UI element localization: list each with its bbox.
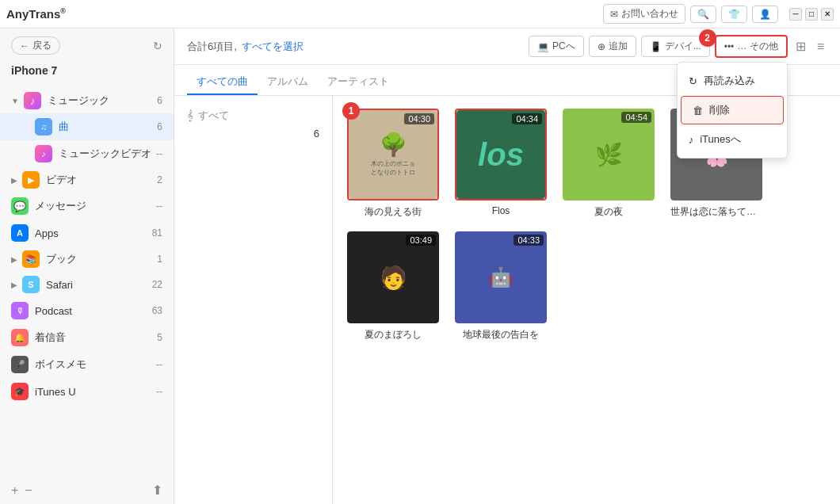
safari-count: 22 [152,279,162,290]
song-icon: ♫ [35,118,52,136]
book-expand-icon: ▶ [11,255,17,264]
main-layout: ← 戻る ↻ iPhone 7 ▼ ♪ ミュージック 6 ♫ 曲 6 ♪ ミ [0,29,840,504]
export-button[interactable]: ⬆ [152,483,162,498]
email-icon: ✉ [610,9,618,20]
trash-icon: 🗑 [693,105,703,116]
delete-item[interactable]: 🗑 削除 [681,96,784,124]
add-button[interactable]: + [11,483,18,498]
app-title: AnyTrans® [6,7,66,21]
song-label: 曲 [59,120,157,134]
content-header: 合計6項目, すべてを選択 💻 PCへ ⊕ 追加 📱 デバ [174,29,840,65]
search-button[interactable]: 🔍 [690,6,716,23]
plus-icon: ⊕ [598,41,605,52]
duration-badge-3: 04:54 [621,112,651,123]
sidebar-item-book[interactable]: ▶ 📚 ブック 1 [0,246,174,272]
remove-button[interactable]: − [25,483,32,498]
song-list-left: 𝄞 すべて 6 [174,96,333,504]
device-icon: 📱 [650,41,662,52]
itunes-item[interactable]: ♪ iTunesへ [678,126,787,153]
tab-album[interactable]: アルバム [258,70,318,95]
sidebar-item-ringtone[interactable]: 🔔 着信音 5 [0,324,174,351]
reload-icon: ↻ [689,75,697,87]
music-label: ミュージック [48,94,157,108]
sidebar-item-podcast[interactable]: 🎙 Podcast 63 [0,297,174,324]
ringtone-label: 着信音 [35,330,157,345]
music-title-4: 世界は恋に落ちてい... [670,205,762,219]
note-icon: 𝄞 [187,109,193,122]
podcast-label: Podcast [35,305,152,317]
close-button[interactable]: ✕ [821,8,834,21]
musicvideo-count: -- [156,148,162,159]
back-button[interactable]: ← 戻る [11,36,60,55]
itunes-label: iTunesへ [700,132,741,147]
minimize-button[interactable]: ─ [789,8,802,21]
device-btn-container: 📱 デバイ... 2 [641,36,710,57]
trademark: ® [60,7,66,15]
album-art-wrapper-5: 🧑 03:49 [347,231,439,323]
sidebar-bottom: + − ⬆ [0,476,174,504]
duration-badge-5: 03:49 [406,235,436,246]
maximize-button[interactable]: □ [805,8,818,21]
book-label: ブック [46,252,157,266]
album-art-wrapper-2: los 04:34 [455,109,547,200]
account-icon: 👤 [759,9,771,20]
sidebar-item-safari[interactable]: ▶ S Safari 22 [0,272,174,297]
back-label: 戻る [32,39,52,52]
music-item-3[interactable]: 🌿 04:54 夏の夜 [561,109,656,219]
reload-item[interactable]: ↻ 再読み込み [678,67,787,94]
sidebar-item-voicememo[interactable]: 🎤 ボイスメモ -- [0,351,174,378]
sidebar-item-musicvideo[interactable]: ♪ ミュージックビデオ -- [0,140,174,167]
sidebar-item-music[interactable]: ▼ ♪ ミュージック 6 [0,88,174,113]
tab-artist[interactable]: アーティスト [318,70,399,95]
more-label: … その他 [737,40,777,53]
video-icon: ▶ [22,171,40,189]
musicvideo-label: ミュージックビデオ [59,147,156,161]
music-item-6[interactable]: 🤖 04:33 地球最後の告白を [453,231,548,342]
device-header: ← 戻る ↻ [11,36,162,55]
sidebar-item-video[interactable]: ▶ ▶ ビデオ 2 [0,167,174,193]
music-icon: ♪ [24,92,41,109]
expand-icon: ▼ [11,97,19,105]
voicememo-icon: 🎤 [11,356,29,373]
select-all-link[interactable]: すべてを選択 [242,40,304,54]
tab-all-label: すべての曲 [197,75,248,87]
pc-label: PCへ [552,40,575,53]
video-expand-icon: ▶ [11,176,17,185]
duration-badge-6: 04:33 [514,235,544,246]
song-list-header-label: すべて [198,109,229,123]
shirt-button[interactable]: 👕 [721,6,747,23]
safari-expand-icon: ▶ [11,281,17,289]
music-title-1: 海の見える街 [365,205,422,219]
album-art-wrapper-3: 🌿 04:54 [563,109,655,200]
sidebar-item-apps[interactable]: A Apps 81 [0,220,174,246]
sidebar-item-song[interactable]: ♫ 曲 6 [0,113,174,140]
content-header-right: 💻 PCへ ⊕ 追加 📱 デバイ... 2 [529,35,827,58]
account-button[interactable]: 👤 [752,6,778,23]
add-content-button[interactable]: ⊕ 追加 [589,36,636,57]
sidebar-item-messages[interactable]: 💬 メッセージ -- [0,193,174,220]
song-list-header: 𝄞 すべて [174,104,332,128]
refresh-button[interactable]: ↻ [153,40,162,52]
list-view-button[interactable]: ≡ [814,36,827,57]
app-name-text: AnyTrans [6,7,60,21]
sidebar-item-itunesu[interactable]: 🎓 iTunes U -- [0,378,174,405]
itunesu-icon: 🎓 [11,383,29,400]
contact-button[interactable]: ✉ お問い合わせ [603,4,685,24]
music-title-3: 夏の夜 [594,205,623,219]
music-item-1[interactable]: 1 🌳 木の上のポニョとなりのトトロ 04:30 海の見える街 [346,109,441,219]
video-count: 2 [157,174,162,185]
more-button[interactable]: ••• … その他 [715,35,788,58]
song-count-row: 6 [174,128,332,143]
grid-view-button[interactable]: ⊞ [792,36,809,57]
device-name: iPhone 7 [11,61,162,83]
tab-all-songs[interactable]: すべての曲 [187,70,258,95]
tab-artist-label: アーティスト [327,75,389,87]
pc-button[interactable]: 💻 PCへ [529,36,584,57]
content-area: 合計6項目, すべてを選択 💻 PCへ ⊕ 追加 📱 デバ [174,29,840,504]
more-btn-container: ••• … その他 ↻ 再読み込み 🗑 削除 [715,35,788,58]
music-item-2[interactable]: los 04:34 Flos [453,109,548,219]
music-item-5[interactable]: 🧑 03:49 夏のまぼろし [346,231,441,342]
ringtone-icon: 🔔 [11,329,29,346]
delete-label: 削除 [709,103,730,117]
duration-badge-2: 04:34 [512,113,542,124]
